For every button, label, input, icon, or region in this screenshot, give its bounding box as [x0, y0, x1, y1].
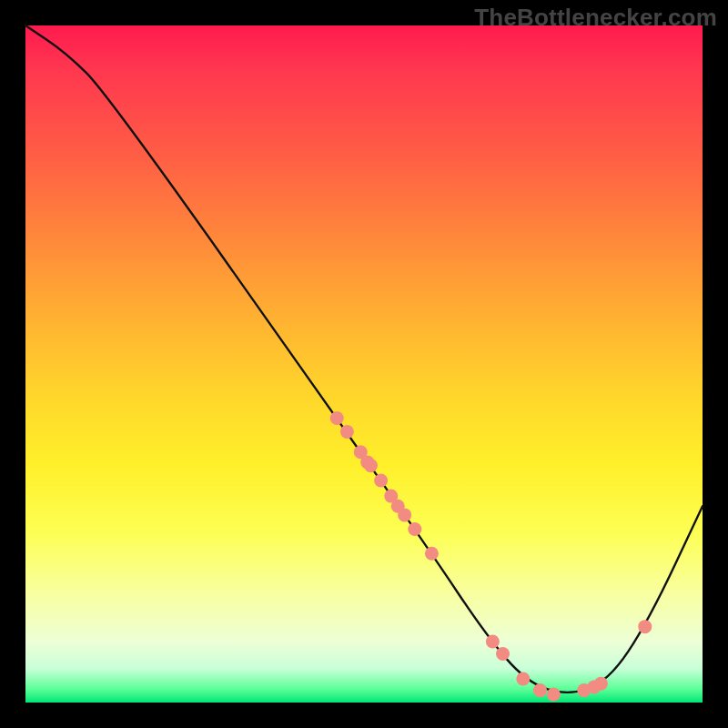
data-marker: [547, 688, 561, 702]
watermark-text: TheBottlenecker.com: [474, 4, 717, 32]
data-marker: [496, 647, 510, 661]
data-marker: [486, 635, 500, 649]
bottleneck-curve: [25, 25, 703, 693]
data-marker: [340, 425, 354, 439]
data-marker: [516, 672, 530, 685]
data-markers: [330, 411, 652, 702]
plot-area: [25, 25, 703, 703]
data-marker: [398, 508, 411, 521]
data-marker: [533, 683, 547, 697]
data-marker: [374, 473, 388, 487]
data-marker: [364, 459, 378, 472]
data-marker: [594, 677, 608, 691]
data-marker: [408, 522, 421, 536]
data-marker: [330, 411, 344, 425]
data-marker: [425, 547, 439, 561]
data-marker: [638, 620, 652, 633]
chart-overlay: [25, 25, 703, 703]
chart-stage: TheBottlenecker.com: [0, 0, 728, 728]
